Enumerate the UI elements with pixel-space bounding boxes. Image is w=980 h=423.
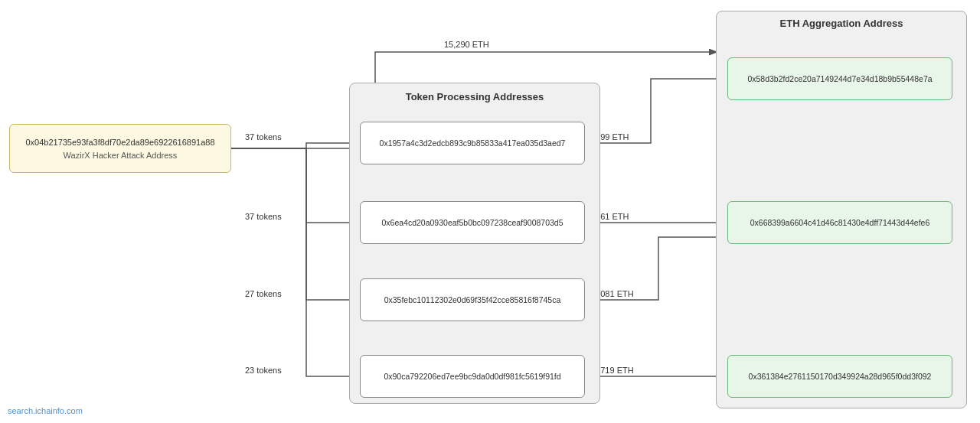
watermark: search.ichainfo.com [8,406,83,415]
token-processing-title: Token Processing Addresses [356,89,593,104]
svg-text:23 tokens: 23 tokens [245,366,282,375]
svg-text:15,290 ETH: 15,290 ETH [444,40,489,49]
proc-box-1: 0x1957a4c3d2edcb893c9b85833a417ea035d3ae… [360,122,585,164]
proc-address-4: 0x90ca792206ed7ee9bc9da0d0df981fc5619f91… [384,371,560,382]
proc-box-2: 0x6ea4cd20a0930eaf5b0bc097238ceaf9008703… [360,201,585,244]
svg-text:27 tokens: 27 tokens [245,289,282,298]
eth-box-2: 0x668399a6604c41d46c81430e4dff71443d44ef… [727,201,952,244]
proc-address-3: 0x35febc10112302e0d69f35f42cce85816f8745… [384,294,561,306]
hacker-address: 0x04b21735e93fa3f8df70e2da89e6922616891a… [25,137,214,148]
proc-box-4: 0x90ca792206ed7ee9bc9da0d0df981fc5619f91… [360,355,585,398]
eth-address-1: 0x58d3b2fd2ce20a7149244d7e34d18b9b55448e… [747,73,932,85]
hacker-address-box: 0x04b21735e93fa3f8df70e2da89e6922616891a… [9,124,231,173]
eth-box-3: 0x361384e2761150170d349924a28d965f0dd3f0… [727,355,952,398]
hacker-label: WazirX Hacker Attack Address [64,151,178,160]
eth-aggregation-title: ETH Aggregation Address [723,18,960,29]
eth-address-3: 0x361384e2761150170d349924a28d965f0dd3f0… [749,371,932,382]
eth-address-2: 0x668399a6604c41d46c81430e4dff71443d44ef… [750,217,930,229]
diagram-container: 15,290 ETH 37 tokens 37 tokens 27 tokens… [0,0,980,423]
proc-box-3: 0x35febc10112302e0d69f35f42cce85816f8745… [360,278,585,321]
proc-address-1: 0x1957a4c3d2edcb893c9b85833a417ea035d3ae… [380,138,566,149]
eth-box-1: 0x58d3b2fd2ce20a7149244d7e34d18b9b55448e… [727,57,952,100]
proc-address-2: 0x6ea4cd20a0930eaf5b0bc097238ceaf9008703… [381,217,563,229]
svg-text:37 tokens: 37 tokens [245,132,282,142]
svg-text:37 tokens: 37 tokens [245,212,282,221]
